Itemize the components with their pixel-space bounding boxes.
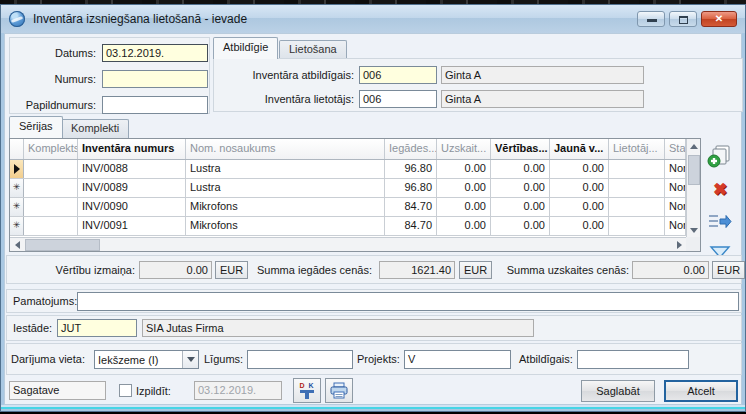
- delete-row-button[interactable]: ✖: [704, 175, 736, 203]
- close-button[interactable]: ✕: [701, 11, 737, 27]
- grid-body[interactable]: INV/0088Lustra96.800.000.000.00Nor✳INV/0…: [10, 160, 700, 236]
- cell-lietotajs[interactable]: [609, 217, 665, 235]
- ligums-label: Līgums:: [204, 353, 243, 365]
- darijuma-vieta-select[interactable]: Iekšzeme (I): [94, 350, 199, 369]
- cell-nosaukums[interactable]: Lustra: [186, 179, 385, 197]
- atbildigais-input[interactable]: [577, 350, 689, 369]
- save-button[interactable]: Saglabāt: [581, 380, 655, 402]
- row-marker-icon[interactable]: ✳: [10, 179, 24, 197]
- datums-input[interactable]: 03.12.2019.: [102, 44, 208, 62]
- cancel-button[interactable]: Atcelt: [664, 380, 738, 402]
- vertical-scroll-thumb[interactable]: [688, 155, 700, 185]
- column-header[interactable]: Inventāra numurs: [78, 139, 186, 159]
- cell-inventara-numurs[interactable]: INV/0089: [78, 179, 186, 197]
- dialog-client-area: Datums: 03.12.2019. Numurs: Papildnumurs…: [4, 33, 742, 405]
- cell-komplekts[interactable]: [24, 198, 78, 216]
- cell-vertibas[interactable]: 0.00: [491, 198, 550, 216]
- cell-uzskaites[interactable]: 0.00: [437, 217, 491, 235]
- summa-uzskaites-currency: EUR: [712, 261, 745, 279]
- cell-lietotajs[interactable]: [609, 198, 665, 216]
- papildnumurs-input[interactable]: [102, 96, 208, 114]
- iestade-code-input[interactable]: JUT: [57, 319, 137, 337]
- cell-inventara-numurs[interactable]: INV/0090: [78, 198, 186, 216]
- scroll-up-button[interactable]: [687, 139, 701, 153]
- cell-komplekts[interactable]: [24, 217, 78, 235]
- cell-inventara-numurs[interactable]: INV/0091: [78, 217, 186, 235]
- move-rows-button[interactable]: [704, 208, 736, 236]
- table-row[interactable]: INV/0088Lustra96.800.000.000.00Nor: [10, 160, 686, 179]
- cell-inventara-numurs[interactable]: INV/0088: [78, 160, 186, 178]
- grid-header[interactable]: KomplektsInventāra numursNom. nosaukumsI…: [10, 139, 686, 160]
- tab-komplekti[interactable]: Komplekti: [61, 119, 129, 138]
- column-header[interactable]: Sta: [665, 139, 686, 159]
- cell-iegades[interactable]: 84.70: [385, 217, 437, 235]
- add-row-button[interactable]: [704, 142, 736, 170]
- column-header[interactable]: Uzskait...: [437, 139, 491, 159]
- inventara-lietotajs-code-input[interactable]: 006: [359, 90, 437, 108]
- pamatojums-input[interactable]: [77, 292, 739, 311]
- cell-status[interactable]: Nor: [665, 198, 686, 216]
- cell-jauna[interactable]: 0.00: [550, 179, 609, 197]
- move-rows-icon: [708, 213, 732, 231]
- iestade-name-field: SIA Jutas Firma: [142, 319, 534, 337]
- table-row[interactable]: ✳INV/0091Mikrofons84.700.000.000.00Nor: [10, 217, 686, 236]
- row-marker-icon[interactable]: ✳: [10, 217, 24, 235]
- cell-jauna[interactable]: 0.00: [550, 198, 609, 216]
- column-header[interactable]: Lietotāj...: [609, 139, 665, 159]
- minimize-button[interactable]: [637, 11, 665, 27]
- cell-iegades[interactable]: 96.80: [385, 179, 437, 197]
- scroll-right-button[interactable]: [672, 238, 686, 252]
- cell-vertibas[interactable]: 0.00: [491, 217, 550, 235]
- cell-uzskaites[interactable]: 0.00: [437, 198, 491, 216]
- cell-jauna[interactable]: 0.00: [550, 160, 609, 178]
- tab-serijas[interactable]: Sērijas: [9, 116, 63, 138]
- inventara-atbildigais-code-input[interactable]: 006: [359, 66, 437, 84]
- current-row-marker-icon[interactable]: [10, 160, 24, 178]
- maximize-icon: [679, 16, 688, 24]
- column-header[interactable]: Vērtības...: [491, 139, 550, 159]
- dropdown-button[interactable]: [182, 351, 198, 368]
- numurs-input[interactable]: [102, 70, 208, 88]
- cell-uzskaites[interactable]: 0.00: [437, 179, 491, 197]
- cell-vertibas[interactable]: 0.00: [491, 179, 550, 197]
- cell-nosaukums[interactable]: Lustra: [186, 160, 385, 178]
- table-row[interactable]: ✳INV/0090Mikrofons84.700.000.000.00Nor: [10, 198, 686, 217]
- vertical-scrollbar[interactable]: [686, 139, 700, 237]
- cell-komplekts[interactable]: [24, 160, 78, 178]
- cell-vertibas[interactable]: 0.00: [491, 160, 550, 178]
- horizontal-scroll-thumb[interactable]: [25, 239, 100, 251]
- column-header[interactable]: Jaunā v...: [550, 139, 609, 159]
- cell-komplekts[interactable]: [24, 179, 78, 197]
- print-button[interactable]: [325, 378, 353, 403]
- maximize-button[interactable]: [669, 11, 697, 27]
- table-row[interactable]: ✳INV/0089Lustra96.800.000.000.00Nor: [10, 179, 686, 198]
- cell-lietotajs[interactable]: [609, 179, 665, 197]
- scroll-left-button[interactable]: [10, 238, 24, 252]
- titlebar[interactable]: Inventāra izsniegšana lietošanā - ievade…: [1, 5, 745, 33]
- cell-status[interactable]: Nor: [665, 179, 686, 197]
- row-selector-header[interactable]: [10, 139, 24, 159]
- izpildit-checkbox[interactable]: [119, 384, 132, 397]
- column-header[interactable]: Nom. nosaukums: [186, 139, 385, 159]
- cell-jauna[interactable]: 0.00: [550, 217, 609, 235]
- cell-status[interactable]: Nor: [665, 217, 686, 235]
- cell-lietotajs[interactable]: [609, 160, 665, 178]
- scroll-down-button[interactable]: [687, 223, 701, 237]
- horizontal-scrollbar[interactable]: [10, 237, 686, 251]
- cell-iegades[interactable]: 96.80: [385, 160, 437, 178]
- ligums-input[interactable]: [247, 350, 353, 369]
- dk-transactions-button[interactable]: D K: [293, 378, 321, 403]
- totals-panel: Vērtību izmaiņa: 0.00 EUR Summa iegādes …: [6, 255, 742, 284]
- cell-nosaukums[interactable]: Mikrofons: [186, 198, 385, 216]
- inventory-grid[interactable]: KomplektsInventāra numursNom. nosaukumsI…: [9, 138, 701, 252]
- column-header[interactable]: Komplekts: [24, 139, 78, 159]
- cell-status[interactable]: Nor: [665, 160, 686, 178]
- cell-uzskaites[interactable]: 0.00: [437, 160, 491, 178]
- tab-lietosana[interactable]: Lietošana: [279, 40, 347, 59]
- projekts-input[interactable]: V: [404, 350, 511, 369]
- column-header[interactable]: Iegādes...: [385, 139, 437, 159]
- row-marker-icon[interactable]: ✳: [10, 198, 24, 216]
- cell-nosaukums[interactable]: Mikrofons: [186, 217, 385, 235]
- tab-atbildigie[interactable]: Atbildīgie: [213, 37, 278, 59]
- cell-iegades[interactable]: 84.70: [385, 198, 437, 216]
